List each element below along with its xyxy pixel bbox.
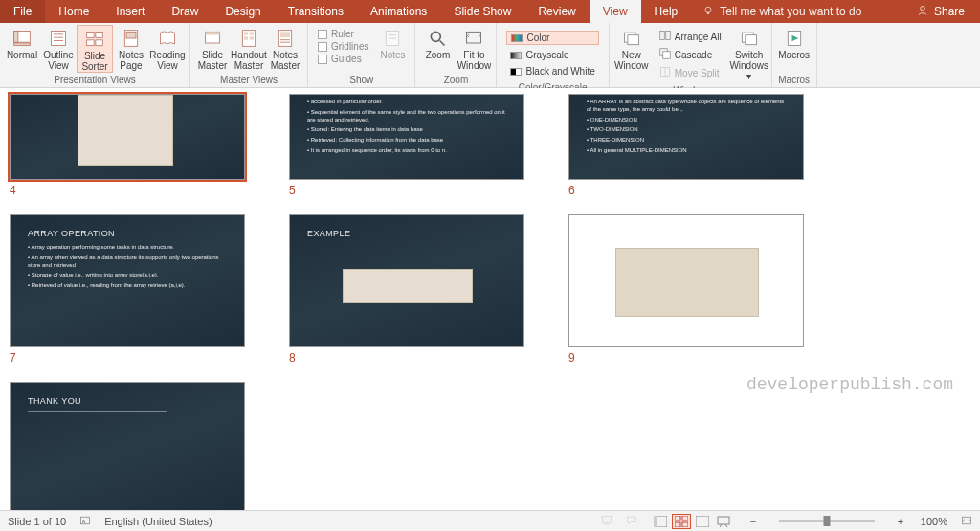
svg-rect-6: [52, 32, 66, 46]
svg-rect-49: [654, 516, 657, 527]
bw-button[interactable]: Black and White: [506, 65, 598, 77]
tab-slideshow[interactable]: Slide Show: [440, 0, 524, 23]
zoom-out-button[interactable]: −: [746, 516, 760, 527]
normal-view-button[interactable]: Normal: [4, 25, 40, 60]
ruler-checkbox: Ruler: [318, 29, 368, 39]
spellcheck-icon[interactable]: [79, 515, 91, 528]
group-color-grayscale: Color Grayscale Black and White Color/Gr…: [497, 23, 609, 87]
svg-rect-54: [696, 516, 709, 527]
cascade-icon: [659, 48, 671, 61]
move-split-button: Move Split: [656, 65, 725, 80]
group-presentation-views: Normal OutlineView SlideSorter NotesPage…: [0, 23, 190, 87]
show-checkboxes: Ruler Gridlines Guides: [312, 25, 374, 68]
tab-home[interactable]: Home: [45, 0, 102, 23]
notes-master-button[interactable]: NotesMaster: [267, 25, 303, 71]
tab-design[interactable]: Design: [212, 0, 274, 23]
slide-master-icon: [203, 29, 222, 48]
svg-rect-13: [96, 40, 103, 46]
reading-view-button[interactable]: ReadingView: [149, 25, 186, 71]
svg-rect-53: [682, 522, 688, 527]
color-button[interactable]: Color: [506, 31, 598, 45]
handout-master-button[interactable]: HandoutMaster: [231, 25, 267, 71]
group-label-macros: Macros: [776, 74, 813, 87]
svg-point-30: [432, 32, 441, 41]
svg-rect-24: [280, 32, 290, 37]
slide-master-button[interactable]: SlideMaster: [194, 25, 231, 71]
ribbon: Normal OutlineView SlideSorter NotesPage…: [0, 23, 980, 88]
reading-view-icon: [158, 29, 177, 48]
macros-button[interactable]: Macros: [776, 25, 813, 60]
zoom-percent[interactable]: 100%: [921, 516, 947, 527]
arrange-all-button[interactable]: Arrange All: [656, 29, 725, 44]
slide-number: 6: [568, 184, 804, 197]
comments-toggle[interactable]: [626, 515, 637, 528]
tab-review[interactable]: Review: [524, 0, 589, 23]
notes-icon: [383, 29, 402, 48]
svg-rect-34: [628, 35, 639, 45]
svg-line-31: [440, 41, 445, 46]
normal-view-btn[interactable]: [651, 514, 670, 529]
slide-thumb-8[interactable]: EXAMPLE8: [289, 214, 524, 365]
share-icon: [917, 5, 928, 19]
slide-sorter-pane[interactable]: 4accessed in particular order.Sequential…: [0, 88, 980, 510]
slide-sorter-button[interactable]: SlideSorter: [77, 25, 113, 73]
fit-window-icon: [464, 29, 483, 48]
group-label-zoom: Zoom: [419, 74, 492, 87]
notes-button: Notes: [374, 25, 411, 60]
slide-number: 4: [10, 184, 245, 197]
tab-draw[interactable]: Draw: [158, 0, 212, 23]
svg-rect-51: [682, 516, 688, 520]
slide-count-label: Slide 1 of 10: [8, 516, 66, 527]
slide-thumb-4[interactable]: 4: [10, 94, 245, 197]
handout-master-icon: [239, 29, 258, 48]
slide-number: 8: [289, 351, 524, 365]
svg-rect-11: [96, 33, 103, 38]
language-label[interactable]: English (United States): [104, 516, 212, 527]
svg-point-0: [705, 7, 711, 12]
tab-transitions[interactable]: Transitions: [275, 0, 357, 23]
svg-rect-15: [126, 32, 136, 38]
slide-thumb-7[interactable]: ARRAY OPERATIONArray operation performin…: [10, 214, 245, 365]
new-window-button[interactable]: NewWindow: [613, 25, 650, 71]
notes-toggle[interactable]: [601, 515, 612, 528]
tell-me-text: Tell me what you want to do: [720, 5, 861, 18]
lightbulb-icon: [702, 5, 714, 19]
svg-rect-17: [206, 32, 220, 34]
svg-rect-50: [675, 516, 680, 520]
outline-view-icon: [49, 29, 68, 48]
status-bar: Slide 1 of 10 English (United States) − …: [0, 510, 980, 531]
macros-icon: [785, 29, 804, 48]
share-button[interactable]: Share: [902, 0, 980, 23]
ribbon-tabs: File Home Insert Draw Design Transitions…: [0, 0, 980, 23]
zoom-slider[interactable]: [779, 520, 875, 522]
slide-thumb-5[interactable]: accessed in particular order.Sequential …: [289, 94, 524, 197]
view-buttons: [651, 514, 733, 529]
slide-thumb-10[interactable]: THANK YOU10: [10, 382, 245, 510]
svg-rect-20: [250, 32, 254, 34]
tab-insert[interactable]: Insert: [102, 0, 158, 23]
slide-thumb-6[interactable]: An ARRAY is an abstract data type whose …: [568, 94, 804, 197]
reading-view-btn[interactable]: [693, 514, 712, 529]
arrange-icon: [659, 30, 671, 43]
tab-file[interactable]: File: [0, 0, 45, 23]
slideshow-view-btn[interactable]: [714, 514, 733, 529]
notes-page-button[interactable]: NotesPage: [113, 25, 149, 71]
fit-to-window-button[interactable]: Fit toWindow: [456, 25, 492, 71]
tab-animations[interactable]: Animations: [357, 0, 440, 23]
slide-sorter-icon: [85, 30, 104, 49]
grayscale-button[interactable]: Grayscale: [506, 49, 598, 61]
tab-view[interactable]: View: [590, 0, 641, 23]
share-label: Share: [934, 5, 965, 18]
switch-windows-button[interactable]: SwitchWindows ▾: [731, 25, 768, 81]
zoom-in-button[interactable]: +: [894, 516, 907, 527]
sorter-view-btn[interactable]: [672, 514, 691, 529]
cascade-button[interactable]: Cascade: [656, 47, 725, 62]
tab-help[interactable]: Help: [641, 0, 692, 23]
slide-thumb-9[interactable]: 9: [568, 214, 804, 365]
group-macros: Macros Macros: [772, 23, 817, 87]
outline-view-button[interactable]: OutlineView: [40, 25, 77, 71]
svg-rect-4: [14, 32, 18, 43]
fit-to-window-status[interactable]: [961, 515, 972, 528]
tell-me-search[interactable]: Tell me what you want to do: [702, 0, 861, 23]
zoom-button[interactable]: Zoom: [419, 25, 456, 60]
